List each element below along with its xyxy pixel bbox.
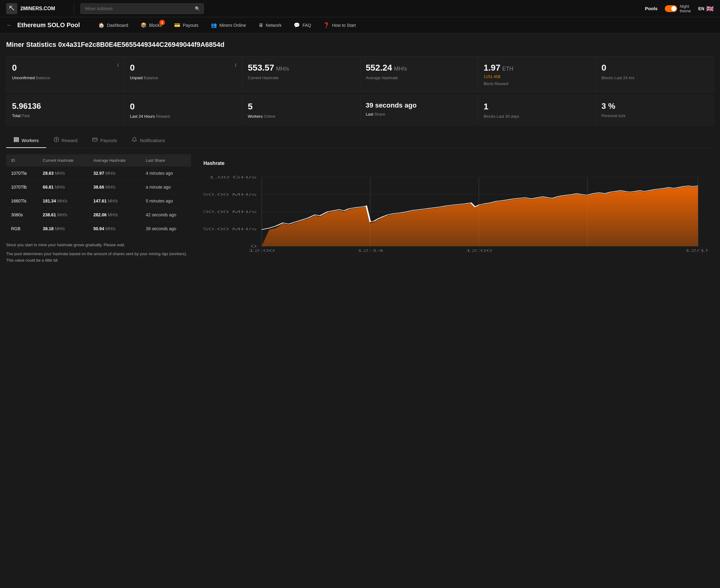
logo-text: 2MINERS.COM (20, 6, 55, 12)
nav-item-how-to-start[interactable]: ❓ How to Start (317, 17, 362, 33)
current-hashrate-label: Current Hashrate (248, 76, 355, 80)
worker-last-share: 5 minutes ago (141, 194, 191, 208)
average-hashrate-value: 552.24 MH/s (366, 63, 472, 73)
flag-icon: 🇬🇧 (706, 5, 714, 12)
main-content: Miner Statistics 0x4a31Fe2c8B0E4E5655449… (0, 33, 720, 274)
total-paid-label: Total Paid (12, 113, 119, 118)
worker-last-share: 4 minutes ago (141, 166, 191, 180)
stat-personal-luck: 3 % Personal luck (596, 95, 714, 125)
tab-payouts-label: Payouts (100, 138, 117, 143)
nav-item-blocks[interactable]: 📦 Blocks 1 (134, 17, 168, 33)
last-24h-reward-value: 0 (130, 101, 237, 112)
pool-title: Ethereum SOLO Pool (17, 22, 80, 29)
pool-nav: ← Ethereum SOLO Pool 🏠 Dashboard 📦 Block… (0, 17, 720, 33)
worker-current-hashrate: 38.18 MH/s (38, 222, 88, 236)
nav-item-dashboard[interactable]: 🏠 Dashboard (92, 17, 134, 33)
nav-item-how-to-start-label: How to Start (332, 23, 356, 28)
worker-last-share: 42 seconds ago (141, 208, 191, 222)
night-toggle: Nighttheme (665, 4, 691, 13)
svg-rect-2 (14, 141, 19, 142)
info-icon-unpaid[interactable]: ℹ (235, 63, 236, 67)
svg-text:250.00 MH/s: 250.00 MH/s (204, 227, 257, 231)
notifications-tab-icon (132, 137, 137, 144)
stat-average-hashrate: 552.24 MH/s Average Hashrate (360, 57, 478, 92)
stat-unconfirmed-balance: ℹ 0 Unconfirmed Balance (6, 57, 124, 92)
col-id: ID (6, 154, 38, 166)
tab-notifications[interactable]: Notifications (124, 132, 172, 148)
unconfirmed-label: Unconfirmed Balance (12, 76, 119, 80)
svg-text:1.00 GH/s: 1.00 GH/s (209, 175, 257, 179)
stat-last-share: 39 seconds ago Last Share (360, 95, 478, 125)
average-hashrate-label: Average Hashrate (366, 76, 472, 80)
svg-text:0: 0 (251, 245, 257, 248)
search-icon[interactable]: 🔍 (195, 6, 200, 11)
tab-workers-label: Workers (22, 138, 39, 143)
last-share-label: Last Share (366, 112, 472, 117)
workers-online-value: 5 (248, 101, 355, 112)
col-last-share: Last Share (141, 154, 191, 166)
search-input[interactable] (81, 3, 204, 14)
last-24h-reward-label: Last 24 Hours Reward (130, 114, 237, 119)
worker-last-share: 39 seconds ago (141, 222, 191, 236)
night-theme-label: Nighttheme (680, 4, 691, 13)
nav-item-faq-label: FAQ (302, 23, 311, 28)
blocks-badge: 1 (160, 20, 165, 25)
info-icon-unconfirmed[interactable]: ℹ (117, 63, 119, 67)
nav-divider (74, 3, 74, 14)
chart-area: 1.00 GH/s 750.00 MH/s 500.00 MH/s 250.00… (204, 171, 708, 257)
tab-workers[interactable]: Workers (6, 132, 46, 148)
worker-avg-hashrate: 50.94 MH/s (88, 222, 141, 236)
night-theme-toggle[interactable] (665, 5, 677, 12)
pool-nav-items: 🏠 Dashboard 📦 Blocks 1 💳 Payouts 👥 Miner… (92, 17, 714, 33)
info-line-1: Since you start to mine your hashrate gr… (6, 242, 191, 248)
worker-avg-hashrate: 147.61 MH/s (88, 194, 141, 208)
dashboard-icon: 🏠 (98, 22, 105, 28)
svg-rect-4 (93, 138, 98, 142)
block-reward-usd: 1151.45$ (484, 74, 590, 79)
worker-id: RGB (6, 222, 38, 236)
stats-row-1: ℹ 0 Unconfirmed Balance ℹ 0 Unpaid Balan… (6, 56, 714, 92)
blocks-24h-value: 0 (602, 63, 708, 73)
stat-blocks-30d: 1 Blocks Last 30 days (478, 95, 596, 125)
how-to-start-icon: ❓ (323, 22, 330, 28)
nav-item-dashboard-label: Dashboard (107, 23, 128, 28)
stat-block-reward: 1.97 ETH 1151.45$ Block Reward (478, 57, 596, 92)
svg-text:500.00 MH/s: 500.00 MH/s (204, 210, 257, 214)
table-row: 1660Tls 181.34 MH/s 147.61 MH/s 5 minute… (6, 194, 191, 208)
nav-right: Pools Nighttheme EN 🇬🇧 (645, 4, 714, 13)
worker-current-hashrate: 238.61 MH/s (38, 208, 88, 222)
table-row: 3080s 238.61 MH/s 282.06 MH/s 42 seconds… (6, 208, 191, 222)
worker-id: 1070Tla (6, 166, 38, 180)
top-nav: ⛏ 2MINERS.COM 🔍 Pools Nighttheme EN 🇬🇧 (0, 0, 720, 17)
svg-text:12:00: 12:00 (248, 249, 275, 252)
nav-item-faq[interactable]: 💬 FAQ (288, 17, 317, 33)
table-header: ID Current Hashrate Average Hashrate Las… (6, 154, 191, 166)
worker-avg-hashrate: 32.97 MH/s (88, 166, 141, 180)
table-row: RGB 38.18 MH/s 50.94 MH/s 39 seconds ago (6, 222, 191, 236)
block-reward-value: 1.97 ETH (484, 63, 590, 73)
reward-tab-icon (54, 137, 59, 144)
nav-item-miners-online[interactable]: 👥 Miners Online (205, 17, 252, 33)
back-arrow-icon[interactable]: ← (6, 22, 12, 29)
stat-unpaid-balance: ℹ 0 Unpaid Balance (125, 57, 242, 92)
worker-last-share: a minute ago (141, 180, 191, 194)
worker-current-hashrate: 66.81 MH/s (38, 180, 88, 194)
stat-workers-online: 5 Workers Online (242, 95, 360, 125)
table-body: 1070Tla 28.63 MH/s 32.97 MH/s 4 minutes … (6, 166, 191, 236)
tab-reward[interactable]: Reward (46, 132, 85, 148)
nav-item-payouts[interactable]: 💳 Payouts (168, 17, 205, 33)
worker-current-hashrate: 181.34 MH/s (38, 194, 88, 208)
svg-rect-0 (14, 138, 19, 139)
pools-link[interactable]: Pools (645, 6, 658, 11)
tab-reward-label: Reward (62, 138, 78, 143)
svg-text:750.00 MH/s: 750.00 MH/s (204, 193, 257, 196)
lang-code: EN (698, 6, 704, 11)
unpaid-label: Unpaid Balance (130, 76, 237, 80)
blocks-icon: 📦 (141, 22, 147, 28)
worker-id: 3080s (6, 208, 38, 222)
language-selector[interactable]: EN 🇬🇧 (698, 5, 714, 12)
workers-online-label: Workers Online (248, 114, 355, 119)
nav-item-network[interactable]: 🖥 Network (252, 17, 288, 33)
tab-payouts[interactable]: Payouts (85, 132, 124, 148)
network-icon: 🖥 (258, 22, 263, 28)
